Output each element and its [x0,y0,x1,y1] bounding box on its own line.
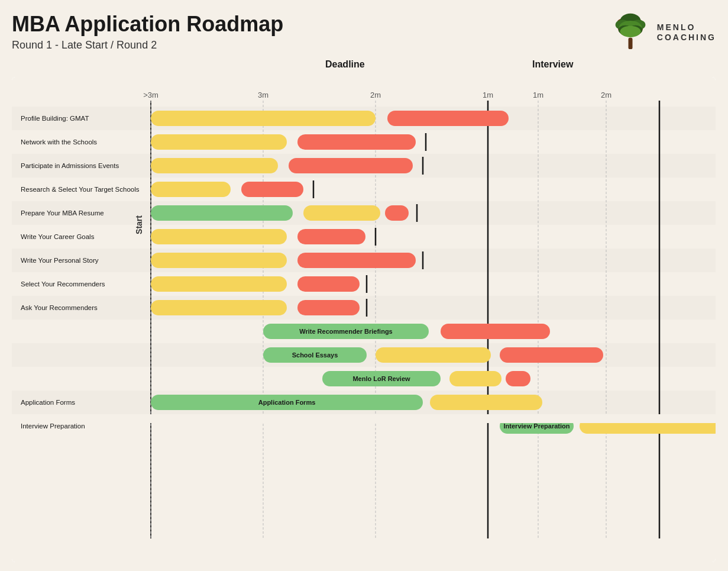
svg-text:Menlo LoR Review: Menlo LoR Review [352,375,410,382]
svg-text:Write Your Personal Story: Write Your Personal Story [21,257,99,264]
svg-rect-69 [297,300,360,315]
svg-text:2m: 2m [370,91,381,99]
svg-rect-64 [297,276,360,292]
svg-rect-50 [303,205,380,221]
svg-rect-72 [441,324,550,339]
svg-point-10 [620,26,640,37]
svg-text:Ask Your Recommenders: Ask Your Recommenders [21,304,98,311]
page-title: MBA Application Roadmap [12,12,283,37]
svg-text:Research & Select Your Target : Research & Select Your Target Schools [21,186,140,193]
logo-block: MENLO COACHING [610,12,716,53]
svg-rect-55 [297,229,365,244]
chart-container: Deadline Interview Start>3m3m2m1m1m2mPro… [12,59,716,562]
title-block: MBA Application Roadmap Round 1 - Late S… [12,12,283,51]
svg-text:Interview Preparation: Interview Preparation [21,422,85,430]
gantt-chart: Start>3m3m2m1m1m2mProfile Building: GMAT… [12,77,716,562]
interview-header: Interview [532,59,573,70]
page-subtitle: Round 1 - Late Start / Round 2 [12,39,283,51]
svg-text:Application Forms: Application Forms [258,399,316,406]
svg-rect-35 [151,134,287,150]
page-header: MBA Application Roadmap Round 1 - Late S… [12,12,716,53]
svg-rect-65 [12,296,716,320]
svg-text:Write Recommender Briefings: Write Recommender Briefings [299,328,393,335]
svg-text:Network with the Schools: Network with the Schools [21,138,97,146]
deadline-header: Deadline [325,59,365,70]
logo-line2: COACHING [657,33,716,43]
svg-rect-68 [151,300,287,315]
svg-rect-36 [297,134,416,150]
svg-text:>3m: >3m [143,91,158,99]
svg-rect-81 [506,371,530,386]
svg-rect-80 [449,371,501,386]
svg-rect-91 [12,414,716,423]
svg-rect-54 [151,229,287,244]
svg-rect-86 [430,395,542,410]
svg-rect-40 [151,158,278,173]
svg-rect-77 [500,347,603,363]
svg-rect-41 [289,158,413,173]
svg-text:1m: 1m [533,91,543,99]
svg-rect-44 [151,182,231,197]
svg-rect-59 [151,253,287,268]
svg-text:3m: 3m [258,91,268,99]
gantt-svg: Start>3m3m2m1m1m2mProfile Building: GMAT… [12,77,716,562]
svg-text:Profile Building: GMAT: Profile Building: GMAT [21,115,89,122]
svg-text:Write Your Career Goals: Write Your Career Goals [21,233,95,240]
svg-text:Select Your Recommenders: Select Your Recommenders [21,280,105,288]
svg-rect-31 [151,111,376,126]
logo-line1: MENLO [657,22,716,33]
svg-rect-63 [151,276,287,292]
svg-text:Interview Preparation: Interview Preparation [504,422,570,430]
logo-text: MENLO COACHING [657,22,716,43]
svg-text:1m: 1m [483,91,493,99]
svg-rect-60 [297,253,416,268]
svg-text:Application Forms: Application Forms [21,399,75,406]
svg-text:School Essays: School Essays [292,351,338,359]
svg-text:Prepare Your MBA Resume: Prepare Your MBA Resume [21,209,104,217]
svg-text:Participate in Admissions Even: Participate in Admissions Events [21,162,119,169]
svg-rect-76 [376,347,491,363]
svg-text:2m: 2m [601,91,611,99]
logo-tree-icon [610,12,651,53]
svg-rect-32 [387,111,509,126]
svg-rect-11 [628,38,632,49]
svg-rect-45 [241,182,303,197]
svg-rect-49 [151,205,293,221]
svg-rect-51 [385,205,409,221]
